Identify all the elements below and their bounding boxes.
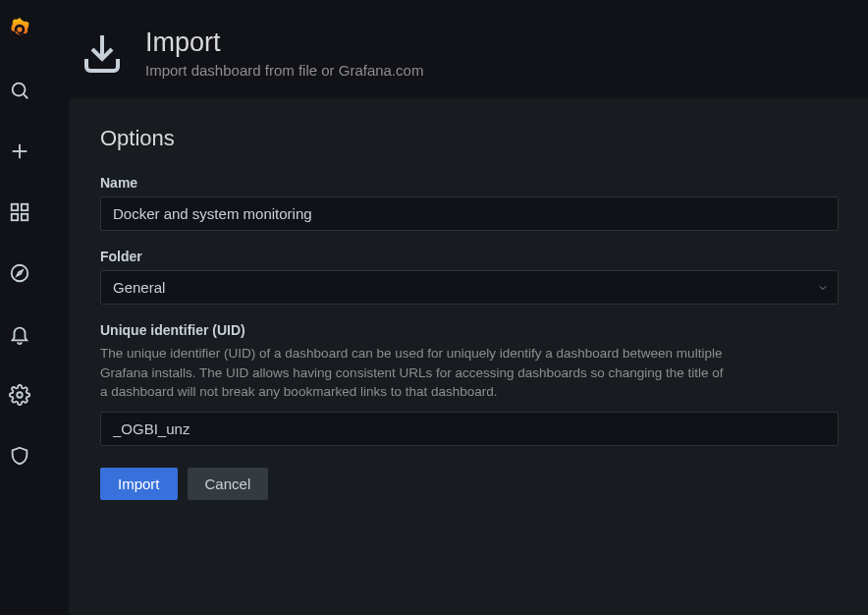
import-button[interactable]: Import (100, 468, 178, 500)
plus-icon (9, 140, 30, 162)
sidebar-dashboards[interactable] (0, 193, 39, 232)
field-name: Name (100, 175, 839, 231)
uid-help: The unique identifier (UID) of a dashboa… (100, 344, 729, 402)
svg-line-1 (24, 94, 27, 98)
folder-select[interactable]: General (100, 270, 839, 305)
search-icon (9, 80, 30, 101)
page-header: Import Import dashboard from file or Gra… (39, 0, 868, 98)
svg-rect-5 (22, 204, 27, 210)
svg-rect-6 (12, 214, 18, 220)
svg-point-10 (17, 392, 23, 398)
svg-point-8 (12, 265, 28, 282)
field-uid: Unique identifier (UID) The unique ident… (100, 322, 839, 446)
grafana-logo-icon (6, 16, 33, 43)
name-input[interactable] (100, 196, 839, 231)
action-buttons: Import Cancel (100, 468, 839, 500)
page-title: Import (145, 28, 423, 58)
compass-icon (9, 262, 30, 284)
main-content: Import Import dashboard from file or Gra… (39, 0, 868, 615)
grafana-logo[interactable] (0, 10, 39, 49)
cancel-button[interactable]: Cancel (188, 468, 269, 500)
uid-label: Unique identifier (UID) (100, 322, 839, 338)
gear-icon (9, 384, 30, 406)
uid-input[interactable] (100, 412, 839, 446)
options-panel: Options Name Folder General Unique ident… (69, 98, 868, 615)
field-folder: Folder General (100, 249, 839, 305)
sidebar-create[interactable] (0, 132, 39, 171)
svg-marker-9 (17, 270, 23, 276)
import-icon (79, 29, 126, 77)
panel-title: Options (100, 126, 839, 151)
sidebar-configuration[interactable] (0, 375, 39, 415)
svg-point-0 (13, 84, 26, 96)
sidebar-search[interactable] (0, 71, 39, 110)
svg-rect-4 (12, 204, 18, 210)
dashboards-icon (9, 201, 30, 223)
sidebar-explore[interactable] (0, 253, 39, 293)
folder-label: Folder (100, 249, 839, 264)
shield-icon (9, 445, 30, 467)
svg-rect-7 (22, 214, 27, 220)
name-label: Name (100, 175, 839, 191)
bell-icon (9, 323, 30, 345)
page-subtitle: Import dashboard from file or Grafana.co… (145, 62, 423, 79)
sidebar-alerting[interactable] (0, 314, 39, 354)
sidebar (0, 0, 39, 615)
sidebar-admin[interactable] (0, 436, 39, 475)
